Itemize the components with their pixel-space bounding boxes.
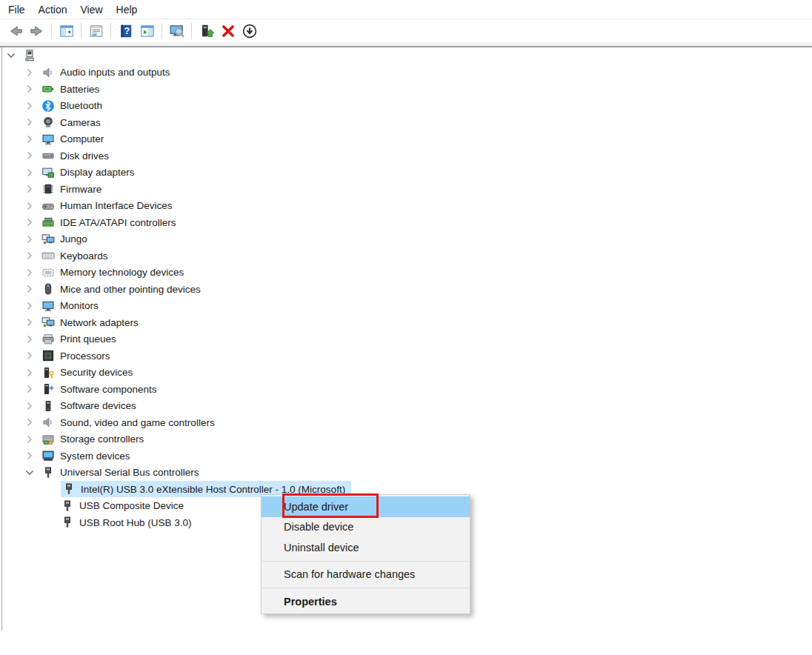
tree-item-label: Keyboards bbox=[60, 250, 111, 262]
chevron-right-icon[interactable] bbox=[23, 383, 36, 396]
chevron-right-icon[interactable] bbox=[23, 99, 36, 112]
chevron-right-icon[interactable] bbox=[23, 233, 36, 245]
software-device-icon bbox=[41, 399, 55, 413]
tree-item-human-interface-devices[interactable]: Human Interface Devices bbox=[2, 198, 811, 215]
context-menu-item-disable-device[interactable]: Disable device bbox=[262, 517, 470, 538]
chevron-down-icon[interactable] bbox=[23, 466, 36, 479]
update-driver-button[interactable] bbox=[196, 21, 216, 41]
circle-down-arrow-icon bbox=[242, 23, 258, 39]
tree-item-storage-controllers[interactable]: Storage controllers bbox=[2, 431, 811, 448]
tree-item-sound-video-and-game-controllers[interactable]: Sound, video and game controllers bbox=[2, 414, 811, 431]
chevron-right-icon[interactable] bbox=[23, 283, 36, 296]
tree-item-cameras[interactable]: Cameras bbox=[2, 114, 811, 131]
chevron-right-icon[interactable] bbox=[23, 333, 36, 345]
chevron-right-icon[interactable] bbox=[23, 133, 36, 145]
usb-plug-icon bbox=[61, 499, 74, 513]
tree-item-label: Firmware bbox=[60, 184, 104, 195]
tree-item-software-devices[interactable]: Software devices bbox=[2, 398, 811, 415]
tree-item-disk-drives[interactable]: Disk drives bbox=[2, 147, 811, 164]
menubar-item-help[interactable]: Help bbox=[110, 1, 144, 18]
tree-item-memory-technology-devices[interactable]: Memory technology devices bbox=[2, 265, 811, 282]
tree-item-audio-inputs-and-outputs[interactable]: Audio inputs and outputs bbox=[2, 64, 811, 82]
chevron-right-icon[interactable] bbox=[23, 299, 36, 312]
chevron-right-icon[interactable] bbox=[23, 399, 36, 412]
tree-item-print-queues[interactable]: Print queues bbox=[2, 331, 811, 348]
chevron-right-icon[interactable] bbox=[23, 199, 36, 212]
tree-item-label: Memory technology devices bbox=[60, 267, 187, 278]
menubar-item-file[interactable]: File bbox=[1, 1, 32, 18]
chevron-right-icon[interactable] bbox=[23, 366, 36, 379]
tree-item-software-components[interactable]: Software components bbox=[2, 381, 811, 398]
back-arrow-icon bbox=[7, 23, 24, 39]
chevron-right-icon[interactable] bbox=[23, 183, 36, 196]
tree-item-security-devices[interactable]: Security devices bbox=[2, 365, 811, 382]
tree-item-firmware[interactable]: Firmware bbox=[2, 181, 811, 198]
chevron-right-icon[interactable] bbox=[23, 83, 36, 96]
chevron-right-icon[interactable] bbox=[23, 450, 36, 462]
toolbar-separator bbox=[81, 23, 81, 39]
chevron-down-icon[interactable] bbox=[4, 50, 17, 62]
tree-item-ide-ata-atapi-controllers[interactable]: IDE ATA/ATAPI controllers bbox=[2, 214, 811, 231]
toolbar-divider bbox=[0, 42, 812, 47]
scan-for-hardware-changes-button[interactable] bbox=[167, 21, 187, 41]
show-console-tree-button[interactable] bbox=[56, 21, 76, 41]
tree-item-label: Software components bbox=[60, 384, 160, 395]
tree-item-mice-and-other-pointing-devices[interactable]: Mice and other pointing devices bbox=[2, 281, 811, 298]
tree-item-label: Mice and other pointing devices bbox=[60, 284, 204, 295]
context-menu-item-update-driver[interactable]: Update driver bbox=[262, 496, 470, 517]
menubar-item-view[interactable]: View bbox=[73, 1, 109, 18]
chevron-right-icon[interactable] bbox=[23, 416, 36, 429]
tree-item-label: USB Root Hub (USB 3.0) bbox=[79, 517, 195, 528]
chevron-right-icon[interactable] bbox=[23, 433, 36, 445]
toolbar-separator bbox=[51, 23, 52, 39]
tree-item-label: Storage controllers bbox=[60, 433, 147, 445]
tree-item-system-devices[interactable]: System devices bbox=[2, 448, 811, 465]
firmware-chip-icon bbox=[41, 182, 55, 196]
properties-button[interactable] bbox=[86, 21, 106, 41]
forward-button[interactable] bbox=[27, 21, 47, 41]
tree-item-bluetooth[interactable]: Bluetooth bbox=[2, 98, 811, 115]
chevron-right-icon[interactable] bbox=[23, 250, 36, 262]
chevron-right-icon[interactable] bbox=[23, 166, 36, 179]
tree-item-label: Computer bbox=[60, 133, 107, 144]
dual-monitors-icon bbox=[41, 316, 55, 329]
chevron-right-icon[interactable] bbox=[23, 266, 36, 279]
tree-item-universal-serial-bus-controllers[interactable]: Universal Serial Bus controllers bbox=[2, 465, 811, 482]
context-menu-item-scan-for-hardware-changes[interactable]: Scan for hardware changes bbox=[262, 565, 470, 585]
usb-plug-icon bbox=[62, 482, 76, 496]
tree-item-keyboards[interactable]: Keyboards bbox=[2, 247, 811, 265]
tree-item-display-adapters[interactable]: Display adapters bbox=[2, 164, 811, 182]
chevron-right-icon[interactable] bbox=[23, 150, 36, 162]
help-button[interactable]: ? bbox=[116, 21, 136, 41]
tree-item-computer[interactable]: Computer bbox=[2, 131, 811, 148]
tree-item-label: Universal Serial Bus controllers bbox=[60, 467, 202, 478]
tree-item-processors[interactable]: Processors bbox=[2, 348, 811, 365]
context-menu-item-uninstall-device[interactable]: Uninstall device bbox=[262, 537, 470, 558]
disable-device-button[interactable] bbox=[239, 21, 259, 41]
chevron-right-icon[interactable] bbox=[23, 316, 36, 329]
uninstall-device-button[interactable] bbox=[218, 21, 238, 41]
keyboard-icon bbox=[41, 249, 55, 262]
device-up-arrow-icon bbox=[199, 23, 215, 39]
tree-item-batteries[interactable]: Batteries bbox=[2, 81, 811, 98]
usb-plug-icon bbox=[61, 516, 74, 529]
memory-card-icon bbox=[41, 266, 55, 279]
chevron-right-icon[interactable] bbox=[23, 350, 36, 362]
tree-item-network-adapters[interactable]: Network adapters bbox=[2, 314, 811, 331]
gamepad-icon bbox=[41, 199, 55, 213]
speaker-icon bbox=[41, 66, 55, 79]
context-menu-item-properties[interactable]: Properties bbox=[262, 591, 470, 612]
tree-item-label: IDE ATA/ATAPI controllers bbox=[60, 217, 179, 228]
system-board-icon bbox=[41, 449, 55, 462]
back-button[interactable] bbox=[5, 21, 25, 41]
chevron-right-icon[interactable] bbox=[23, 216, 36, 229]
ide-board-icon bbox=[41, 216, 55, 229]
show-action-pane-button[interactable] bbox=[137, 21, 157, 41]
tree-item-root[interactable] bbox=[2, 47, 811, 64]
tree-item-jungo[interactable]: Jungo bbox=[2, 231, 811, 248]
toolbar: ? bbox=[0, 19, 812, 42]
chevron-right-icon[interactable] bbox=[23, 116, 36, 129]
menubar-item-action[interactable]: Action bbox=[32, 1, 74, 18]
tree-item-monitors[interactable]: Monitors bbox=[2, 298, 811, 315]
chevron-right-icon[interactable] bbox=[23, 66, 36, 79]
